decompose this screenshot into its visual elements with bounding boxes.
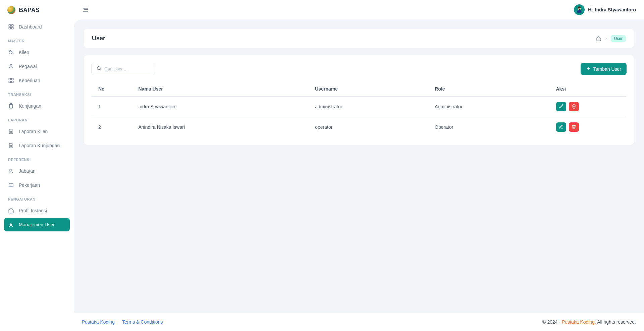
cell-aksi (549, 97, 627, 117)
sidebar-item-jabatan[interactable]: Jabatan (4, 164, 70, 178)
nav-heading-laporan: LAPORAN (4, 113, 70, 125)
th-nama: Nama User (132, 81, 309, 97)
sidebar-item-klien[interactable]: Klien (4, 46, 70, 59)
sidebar-item-label: Manajemen User (19, 222, 55, 227)
nav-heading-pengaturan: PENGATURAN (4, 192, 70, 204)
menu-toggle-icon[interactable] (82, 6, 89, 13)
plus-icon (586, 66, 591, 72)
footer-links: Pustaka Koding Terms & Conditions (82, 319, 163, 325)
avatar (574, 4, 585, 15)
svg-point-4 (10, 51, 11, 52)
copyright-suffix: All rights reserved. (596, 319, 636, 325)
th-username: Username (308, 81, 428, 97)
sidebar-item-label: Keperluan (19, 78, 40, 83)
svg-rect-7 (9, 78, 10, 80)
edit-icon (559, 104, 564, 110)
footer-link-terms[interactable]: Terms & Conditions (122, 319, 163, 325)
sidebar-item-label: Dashboard (19, 24, 42, 30)
cell-nama: Indra Styawantoro (132, 97, 309, 117)
sidebar-item-label: Jabatan (19, 168, 36, 174)
laptop-icon (8, 182, 14, 188)
nav: Dashboard MASTER Klien Pegawai Keperluan… (0, 20, 74, 232)
delete-button[interactable] (569, 122, 579, 132)
edit-button[interactable] (556, 102, 566, 111)
svg-rect-18 (9, 183, 13, 186)
svg-rect-26 (579, 9, 580, 10)
search-icon (96, 66, 102, 72)
table-row: 1 Indra Styawantoro administrator Admini… (92, 97, 627, 117)
svg-rect-8 (12, 78, 13, 80)
search-input[interactable] (104, 66, 161, 71)
page-title: User (92, 35, 105, 42)
nav-heading-transaksi: TRANSAKSI (4, 88, 70, 99)
edit-button[interactable] (556, 122, 566, 132)
cell-role: Operator (428, 117, 549, 137)
svg-rect-9 (9, 81, 10, 83)
user-menu[interactable]: Hi, Indra Styawantoro (574, 4, 636, 15)
chevron-right-icon (604, 37, 608, 41)
user-card: Tambah User No Nama User Username Role A… (84, 55, 634, 145)
cell-aksi (549, 117, 627, 137)
sidebar-item-pekerjaan[interactable]: Pekerjaan (4, 178, 70, 192)
sidebar-item-label: Laporan Klien (19, 129, 48, 134)
user-name: Indra Styawantoro (595, 7, 636, 12)
nav-heading-referensi: REFERENSI (4, 153, 70, 164)
svg-line-28 (100, 69, 101, 70)
trash-icon (572, 104, 576, 110)
cell-username: operator (308, 117, 428, 137)
svg-rect-1 (12, 24, 13, 26)
grid-icon (8, 24, 14, 30)
th-no: No (92, 81, 132, 97)
add-user-button[interactable]: Tambah User (581, 63, 627, 75)
sidebar-item-profil-instansi[interactable]: Profil Instansi (4, 204, 70, 217)
content: User User (74, 19, 644, 313)
user-check-icon (8, 168, 14, 174)
svg-point-5 (12, 51, 13, 52)
copyright-brand: Pustaka Koding. (562, 319, 596, 325)
grid2-icon (8, 77, 14, 84)
footer: Pustaka Koding Terms & Conditions © 2024… (74, 313, 644, 331)
home-outline-icon (8, 208, 14, 214)
svg-rect-2 (9, 27, 10, 29)
th-role: Role (428, 81, 549, 97)
svg-rect-0 (9, 24, 10, 26)
breadcrumb-current: User (611, 35, 626, 42)
sidebar-item-label: Kunjungan (19, 103, 41, 109)
page-header: User User (84, 29, 634, 48)
breadcrumb: User (596, 35, 626, 42)
svg-point-17 (10, 169, 11, 171)
home-icon[interactable] (596, 36, 601, 41)
search-box[interactable] (91, 63, 155, 75)
cell-role: Administrator (428, 97, 549, 117)
sidebar-item-label: Laporan Kunjungan (19, 143, 60, 148)
sidebar-item-dashboard[interactable]: Dashboard (4, 20, 70, 34)
cell-no: 2 (92, 117, 132, 137)
user-icon (8, 63, 14, 69)
add-user-label: Tambah User (593, 66, 621, 72)
sidebar-item-manajemen-user[interactable]: Manajemen User (4, 218, 70, 231)
cell-no: 1 (92, 97, 132, 117)
topbar: Hi, Indra Styawantoro (74, 0, 644, 19)
sidebar-item-laporan-klien[interactable]: Laporan Klien (4, 125, 70, 138)
brand-name: BAPAS (19, 7, 40, 14)
sidebar-item-kunjungan[interactable]: Kunjungan (4, 99, 70, 113)
svg-point-20 (10, 223, 12, 224)
sidebar-item-keperluan[interactable]: Keperluan (4, 74, 70, 87)
clipboard-icon (8, 103, 14, 109)
svg-rect-3 (12, 27, 13, 29)
main-wrap: Hi, Indra Styawantoro User User (74, 0, 644, 331)
sidebar-item-pegawai[interactable]: Pegawai (4, 60, 70, 73)
svg-point-6 (10, 64, 12, 66)
file-icon (8, 143, 14, 149)
footer-copyright: © 2024 - Pustaka Koding. All rights rese… (542, 319, 636, 325)
copyright-prefix: © 2024 - (542, 319, 562, 325)
user-greeting: Hi, (588, 7, 594, 12)
card-toolbar: Tambah User (91, 63, 627, 75)
footer-link-pustaka[interactable]: Pustaka Koding (82, 319, 115, 325)
brand[interactable]: BAPAS (0, 0, 74, 20)
sidebar-item-laporan-kunjungan[interactable]: Laporan Kunjungan (4, 139, 70, 152)
delete-button[interactable] (569, 102, 579, 111)
file-icon (8, 128, 14, 134)
sidebar-item-label: Pekerjaan (19, 182, 40, 188)
table-row: 2 Anindira Nisaka Iswari operator Operat… (92, 117, 627, 137)
